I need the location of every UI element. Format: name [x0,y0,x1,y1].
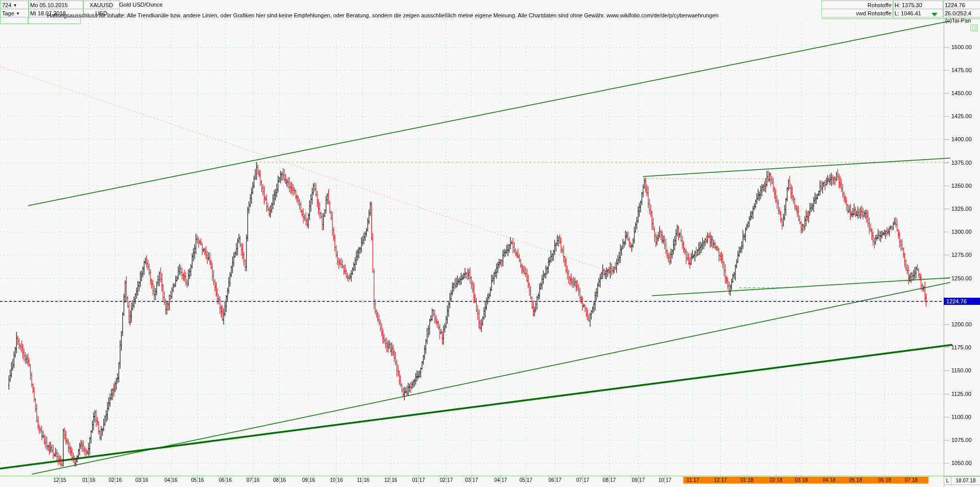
y-axis-tick-label: 1125.00 [951,391,979,397]
y-axis-tick-label: 1350.00 [951,183,979,189]
current-price-tag: 1224.76 [944,298,980,305]
cursor-date-cell: 18.07.18 [951,476,980,485]
y-axis-tick-label: 1100.00 [951,414,979,420]
chevron-down-icon: ▼ [13,3,17,8]
y-axis-tick-label: 1050.00 [951,460,979,466]
y-axis-tick-label: 1075.00 [951,437,979,443]
chevron-down-icon: ▼ [16,11,20,16]
y-axis-tick-label: 1400.00 [951,136,979,142]
linear-scale-indicator[interactable]: L [944,476,951,485]
low-value: L: 1046.41 [893,9,944,17]
taipan-chart-window: 724 ▼ Mo 05.10.2015 XAUUSD Gold USD/Ounc… [0,0,980,487]
y-axis-tick-label: 1150.00 [951,367,979,373]
high-value: H: 1375.30 [893,1,944,9]
y-axis-tick-label: 1500.00 [951,44,979,50]
bars-count-dropdown[interactable]: 724 ▼ [0,1,29,9]
y-axis-tick-label: 1275.00 [951,252,979,258]
symbol-cell: XAUUSD [83,1,120,9]
y-axis-tick-label: 1200.00 [951,321,979,327]
price-chart-canvas[interactable] [0,0,980,487]
disclaimer-text: Haftungsausschluss für Inhalte: Alle Tre… [47,12,719,18]
range-info-cell: 26.0/252.4 [943,9,980,17]
copyright-label: (c)Tai-Pan [945,17,971,24]
start-date-cell[interactable]: Mo 05.10.2015 [28,1,84,9]
instrument-title: Gold USD/Ounce [119,2,163,8]
last-price-cell: 1224.76 [943,1,980,9]
y-axis-tick-label: 1300.00 [951,229,979,235]
y-axis-tick-label: 1375.00 [951,160,979,166]
y-axis-tick-label: 1450.00 [951,90,979,96]
y-axis-tick-label: 1325.00 [951,206,979,212]
group-label-1: Rohstoffe [821,1,894,9]
period-dropdown[interactable]: Tage ▼ [0,9,29,17]
y-axis-tick-label: 1475.00 [951,67,979,73]
y-axis-tick-label: 1250.00 [951,275,979,281]
y-axis-tick-label: 1175.00 [951,344,979,350]
y-axis-tick-label: 1425.00 [951,113,979,119]
collapse-panel-icon[interactable] [970,25,977,31]
empty-cell [0,17,28,24]
group-label-2: vwd Rohstoffe [821,9,894,17]
